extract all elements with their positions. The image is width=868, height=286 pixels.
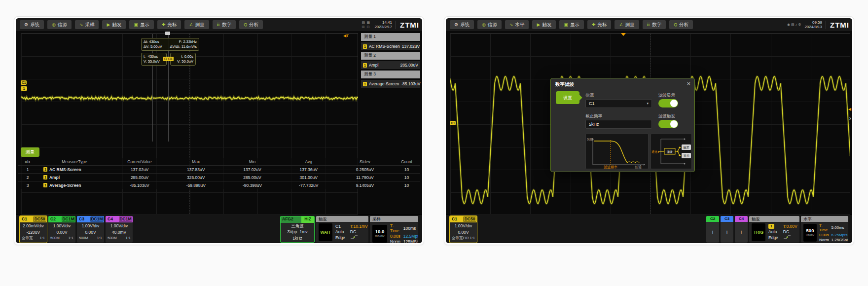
menu-button-digital[interactable]: ⠿数字 <box>213 20 236 29</box>
bottom-bar-left: C1DC50 2.00mV/div -120uV 全带宽1:1 C2DC1M 1… <box>16 214 422 243</box>
channel-box-c3[interactable]: C3DC1M 1.00V/div 0.00V 500M1:1 <box>77 216 104 243</box>
volts-per-div: 1.00V/div <box>77 223 104 229</box>
cutoff-input[interactable] <box>585 120 652 129</box>
route-display-button[interactable]: 显示 <box>684 154 689 157</box>
volts-per-div: 1.00V/div <box>48 223 75 229</box>
time-scale: 10.0 <box>375 229 385 234</box>
measurement-item[interactable]: 1AC RMS-Screen137.02uV <box>361 42 420 50</box>
afg-amplitude: 3Vpp -1mv <box>281 229 314 235</box>
menu-button-trigger[interactable]: ▶触发 <box>532 20 556 29</box>
record-icon[interactable]: ◉ <box>787 23 790 27</box>
trigger-box[interactable]: 触发 TRIG 1T:0.00V AutoDC Edge <box>749 216 799 243</box>
clock: 14:41 2023/2/17 <box>374 20 392 29</box>
channel-tab-c3[interactable]: C3 + <box>721 216 733 243</box>
expand-chevron-icon[interactable]: › <box>849 115 851 121</box>
cell-type: 1Average-Screen <box>37 183 111 188</box>
cell-max: 137.83uV <box>168 167 224 172</box>
source-select[interactable]: C1 ▾ <box>585 99 652 108</box>
menu-button-trigger[interactable]: ▶触发 <box>102 20 126 29</box>
cell-max: -59.898uV <box>168 183 224 188</box>
ttime-value: 100ms <box>403 226 418 231</box>
menu-label: 分析 <box>249 22 258 28</box>
ttime-label: T-Time <box>390 223 400 233</box>
add-channel-icon[interactable]: + <box>735 222 748 243</box>
save-icon[interactable]: ▦ <box>366 21 371 25</box>
cell-min: 285.00uV <box>224 175 280 180</box>
add-channel-icon[interactable]: + <box>706 222 719 243</box>
offset: 40.0mV <box>106 229 133 235</box>
menu-button-display[interactable]: ▣显示 <box>129 20 154 29</box>
trigger-position-marker[interactable] <box>621 33 626 36</box>
menu-button-source[interactable]: ◎信源 <box>477 20 502 29</box>
afg-box[interactable]: AFG2HiZ 三角波 3Vpp -1mv 1kHz <box>280 216 315 243</box>
cell-stdev: 9.1405uV <box>337 183 393 188</box>
zoom-out-icon[interactable]: ⊟ <box>366 25 371 29</box>
menu-label: 显示 <box>140 22 149 28</box>
trigger-position-marker[interactable]: ◀T <box>343 34 349 38</box>
channel-box-c4[interactable]: C4DC1M 1.00V/div 40.0mV 500M1:1 <box>106 216 133 243</box>
trigger-box[interactable]: 触发 WAIT C1T:10.1mV AutoDC Edge <box>316 216 368 243</box>
table-row[interactable]: 3 1Average-Screen -85.103uV -59.898uV -9… <box>18 181 420 189</box>
menu-button-measure[interactable]: ∠测量 <box>184 20 209 29</box>
menu-button-source[interactable]: ◎信源 <box>47 20 72 29</box>
channel-tab-c4[interactable]: C4 + <box>735 216 748 243</box>
zoom-in-icon[interactable]: ⊞ <box>362 25 366 29</box>
scope-screen-left: ⚙系统 ◎信源 ∿采样 ▶触发 ▣显示 ✚光标 ∠测量 ⠿数字 Q分析 ▤ ▦ … <box>16 18 422 243</box>
channel-box-c1[interactable]: C1DC50 2.00mV/div -120uV 全带宽1:1 <box>20 216 47 243</box>
trigger-title: 触发 <box>316 216 368 222</box>
cursor-icon: ✚ <box>162 22 166 27</box>
status-icons[interactable]: ▤ ▦ ⊞ ⊟ <box>362 21 371 29</box>
aux-marker[interactable]: 1 <box>21 86 27 91</box>
menu-button-horizontal[interactable]: ∿水平 <box>505 20 529 29</box>
tab-settings[interactable]: 设置 <box>556 91 579 104</box>
menu-button-system[interactable]: ⚙系统 <box>450 20 474 29</box>
measurement-item[interactable]: 1Average-Screen-85.103uV <box>361 80 420 88</box>
channel-id: C3 <box>721 216 733 222</box>
date: 2024/8/13 <box>804 25 822 29</box>
menu-button-display[interactable]: ▣显示 <box>559 20 584 29</box>
menu-button-system[interactable]: ⚙系统 <box>20 20 44 29</box>
filter-display-toggle[interactable] <box>658 99 678 107</box>
channel-c1-marker[interactable]: C1 <box>21 80 27 85</box>
trigger-icon: ▶ <box>537 22 540 27</box>
cursor-a-box: t: -430us V: 55.0uV C1 <box>141 53 167 66</box>
measure-button[interactable]: 测量 <box>21 147 39 157</box>
channel-tab-c2[interactable]: C2 + <box>706 216 719 243</box>
col-avg: Avg <box>281 159 337 164</box>
menu-button-cursor[interactable]: ✚光标 <box>587 20 612 29</box>
digital-icon: ⠿ <box>647 22 651 27</box>
status-icons[interactable]: ◉ ▤ ♪ ⚙ <box>787 23 801 27</box>
filter-trigger-toggle[interactable] <box>658 120 678 128</box>
route-trigger-button[interactable]: 触发 <box>684 145 689 149</box>
screen-icon[interactable]: ▤ <box>791 23 795 27</box>
oscilloscope-panel-left: ⚙系统 ◎信源 ∿采样 ▶触发 ▣显示 ✚光标 ∠测量 ⠿数字 Q分析 ▤ ▦ … <box>14 16 424 245</box>
trigger-level-marker[interactable]: ◀ <box>848 107 851 111</box>
menu-button-analyze[interactable]: Q分析 <box>669 20 693 29</box>
channel-id: C4 <box>106 216 118 222</box>
measurement-item[interactable]: 1Ampl285.00uV <box>361 61 420 69</box>
table-row[interactable]: 1 1AC RMS-Screen 137.02uV 137.83uV 137.0… <box>18 165 420 173</box>
channel-c1-marker[interactable]: C1 <box>450 121 456 125</box>
horizontal-box[interactable]: 水平 500us/div T-Time5.00ms 0.00s6.25Mpts … <box>801 216 848 243</box>
table-row[interactable]: 2 1Ampl 285.00uV 325.00uV 285.00uV 301.0… <box>18 173 420 181</box>
col-current: CurrentValue <box>111 159 168 164</box>
sample-box[interactable]: 采样 10.0ms/div T-Time100ms 0.00s12.5Mpts … <box>370 216 418 243</box>
channel-box-c1[interactable]: C1DC50 1.00V/div 0.00V 全带宽FIR1:1 <box>450 216 477 243</box>
filter-block-label: 滤波 <box>667 150 673 154</box>
menu-button-digital[interactable]: ⠿数字 <box>643 20 666 29</box>
add-channel-icon[interactable]: + <box>721 222 733 243</box>
cursor-b-v: V: 50.0uV <box>173 59 193 64</box>
menu-button-sample[interactable]: ∿采样 <box>75 20 99 29</box>
cursor-handle[interactable] <box>165 32 170 35</box>
display-icon: ▣ <box>564 22 568 27</box>
settings-icon[interactable]: ⚙ <box>798 23 801 27</box>
channel-id: C3 <box>77 216 90 222</box>
channel-box-c2[interactable]: C2DC1M 1.00V/div 0.00V 500M1:1 <box>48 216 75 243</box>
sound-icon[interactable]: ♪ <box>796 23 797 27</box>
center-horizontal-line <box>21 124 358 124</box>
menu-button-measure[interactable]: ∠测量 <box>615 20 639 29</box>
close-icon[interactable]: × <box>687 80 690 87</box>
menu-button-analyze[interactable]: Q分析 <box>239 20 263 29</box>
menu-button-cursor[interactable]: ✚光标 <box>157 20 181 29</box>
screen-icon[interactable]: ▤ <box>362 21 366 25</box>
